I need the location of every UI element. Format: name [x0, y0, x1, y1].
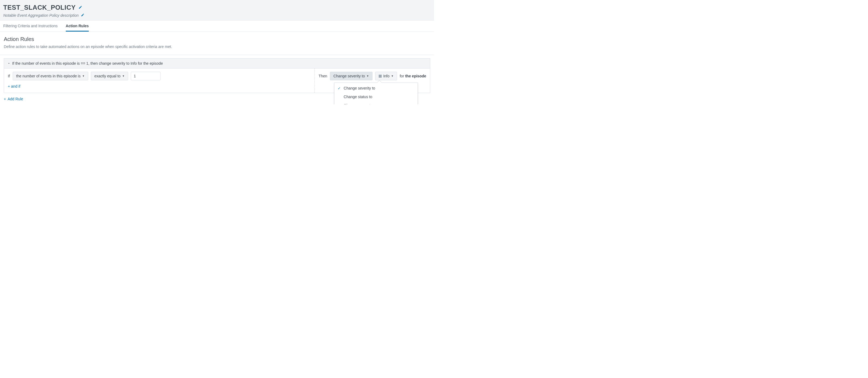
add-rule-label: Add Rule [7, 97, 23, 101]
if-row: If the number of events in this episode … [8, 72, 311, 80]
then-block: Then Change severity to ▼ Info ▼ for the… [318, 72, 426, 80]
rule-summary-header[interactable]: If the number of events in this episode … [4, 59, 430, 68]
edit-description-icon[interactable] [81, 13, 85, 18]
operator-label: exactly equal to [94, 74, 121, 78]
page-description: Notable Event Aggregation Policy descrip… [3, 13, 79, 18]
rule-summary-text: If the number of events in this episode … [12, 61, 163, 65]
action-dropdown-menu: ✓ Change severity to Change status to Ch… [334, 83, 418, 104]
edit-title-icon[interactable] [79, 5, 82, 10]
condition-field-label: the number of events in this episode is [16, 74, 81, 78]
menu-item-change-owner[interactable]: Change owner to [335, 101, 417, 104]
action-dropdown[interactable]: Change severity to ▼ [330, 72, 372, 80]
and-if-label: + and if [8, 84, 20, 88]
section-description: Define action rules to take automated ac… [4, 44, 430, 49]
if-label: If [8, 74, 10, 78]
tab-bar: Filtering Criteria and Instructions Acti… [0, 21, 434, 32]
severity-label: Info [383, 74, 390, 78]
menu-item-label: Change severity to [344, 86, 375, 90]
section-heading: Action Rules Define action rules to take… [0, 32, 434, 52]
for-label: for the episode [400, 74, 426, 78]
action-dropdown-label: Change severity to [333, 74, 365, 78]
rules-area: If the number of events in this episode … [0, 55, 434, 104]
menu-item-label: Change status to [344, 95, 372, 99]
page-header: TEST_SLACK_POLICY Notable Event Aggregat… [0, 0, 434, 21]
rule-card: If the number of events in this episode … [4, 58, 430, 93]
plus-icon: + [4, 97, 6, 101]
section-title: Action Rules [4, 36, 430, 42]
condition-field-dropdown[interactable]: the number of events in this episode is … [13, 72, 88, 80]
if-block: If the number of events in this episode … [8, 72, 311, 88]
caret-down-icon: ▼ [367, 75, 369, 77]
operator-dropdown[interactable]: exactly equal to ▼ [91, 72, 128, 80]
title-row: TEST_SLACK_POLICY [3, 4, 431, 11]
rule-body: If the number of events in this episode … [4, 68, 430, 93]
add-and-if-button[interactable]: + and if [8, 84, 311, 88]
chevron-down-icon [7, 62, 10, 65]
value-input[interactable] [131, 72, 160, 80]
page-title: TEST_SLACK_POLICY [3, 4, 76, 11]
check-icon: ✓ [338, 86, 341, 90]
vertical-divider [314, 68, 315, 93]
tab-action-rules[interactable]: Action Rules [66, 21, 89, 32]
caret-down-icon: ▼ [122, 75, 125, 77]
tab-filtering-criteria[interactable]: Filtering Criteria and Instructions [3, 21, 58, 32]
caret-down-icon: ▼ [391, 75, 394, 77]
description-row: Notable Event Aggregation Policy descrip… [3, 13, 431, 18]
menu-item-change-status[interactable]: Change status to [335, 92, 417, 101]
menu-item-label: Change owner to [344, 103, 372, 104]
then-label: Then [318, 74, 327, 78]
caret-down-icon: ▼ [82, 75, 85, 77]
severity-dropdown[interactable]: Info ▼ [375, 72, 397, 80]
menu-item-change-severity[interactable]: ✓ Change severity to [335, 84, 417, 92]
severity-swatch-icon [379, 75, 382, 77]
